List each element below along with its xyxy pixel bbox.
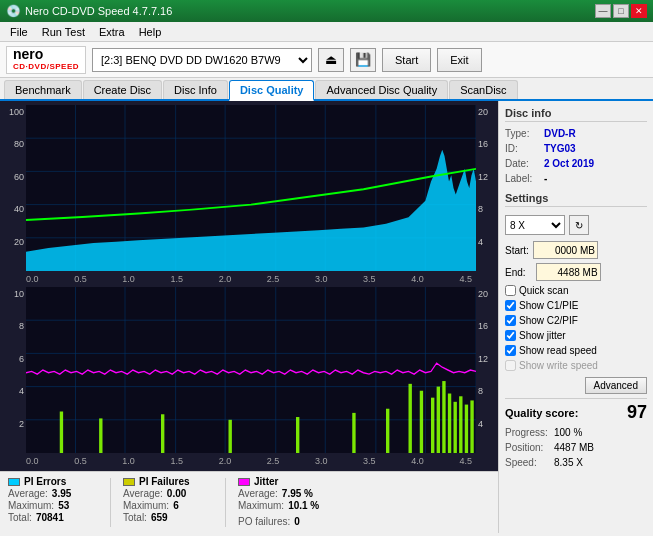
svg-rect-40 [448, 394, 451, 453]
po-failures-label: PO failures: [238, 516, 290, 527]
pi-errors-total-key: Total: [8, 512, 32, 523]
pi-failures-total-key: Total: [123, 512, 147, 523]
svg-rect-29 [99, 418, 102, 453]
quality-score-label: Quality score: [505, 407, 578, 419]
svg-rect-33 [352, 413, 355, 453]
disc-type-val: DVD-R [544, 128, 576, 139]
tab-disc-info[interactable]: Disc Info [163, 80, 228, 99]
end-input[interactable] [536, 263, 601, 281]
pi-failures-total-val: 659 [151, 512, 168, 523]
show-c1pie-row[interactable]: Show C1/PIE [505, 300, 647, 311]
quick-scan-check[interactable] [505, 285, 516, 296]
window-controls: — □ ✕ [595, 4, 647, 18]
menu-extra[interactable]: Extra [93, 23, 131, 41]
progress-label: Progress: [505, 427, 550, 438]
chart1-wrapper: 100 80 60 40 20 [4, 105, 494, 271]
show-read-speed-check[interactable] [505, 345, 516, 356]
svg-rect-39 [442, 381, 445, 453]
jitter-max-key: Maximum: [238, 500, 284, 511]
tab-advanced-disc-quality[interactable]: Advanced Disc Quality [315, 80, 448, 99]
pi-failures-avg-val: 0.00 [167, 488, 186, 499]
disc-id-val: TYG03 [544, 143, 576, 154]
show-c1pie-label: Show C1/PIE [519, 300, 578, 311]
show-write-speed-row[interactable]: Show write speed [505, 360, 647, 371]
pi-errors-max-key: Maximum: [8, 500, 54, 511]
chart2-wrapper: 10 8 6 4 2 [4, 287, 494, 453]
disc-label-val: - [544, 173, 547, 184]
svg-rect-34 [386, 409, 389, 453]
show-jitter-label: Show jitter [519, 330, 566, 341]
show-c2pif-check[interactable] [505, 315, 516, 326]
menu-file[interactable]: File [4, 23, 34, 41]
advanced-button[interactable]: Advanced [585, 377, 647, 394]
save-button[interactable]: 💾 [350, 48, 376, 72]
title-bar: 💿 Nero CD-DVD Speed 4.7.7.16 — □ ✕ [0, 0, 653, 22]
svg-rect-36 [420, 391, 423, 453]
quality-score-value: 97 [627, 402, 647, 423]
close-button[interactable]: ✕ [631, 4, 647, 18]
show-c2pif-row[interactable]: Show C2/PIF [505, 315, 647, 326]
exit-button[interactable]: Exit [437, 48, 481, 72]
svg-rect-38 [437, 387, 440, 453]
tab-benchmark[interactable]: Benchmark [4, 80, 82, 99]
end-mb-row: End: [505, 263, 647, 281]
disc-label-row: Label: - [505, 173, 647, 184]
po-failures-val: 0 [294, 516, 300, 527]
pi-failures-color [123, 478, 135, 486]
charts-area: 100 80 60 40 20 [0, 101, 498, 471]
tab-disc-quality[interactable]: Disc Quality [229, 80, 315, 101]
start-button[interactable]: Start [382, 48, 431, 72]
jitter-color [238, 478, 250, 486]
pi-errors-stat: PI Errors Average: 3.95 Maximum: 53 Tota… [8, 476, 98, 529]
pi-errors-max-val: 53 [58, 500, 69, 511]
eject-button[interactable]: ⏏ [318, 48, 344, 72]
show-c2pif-label: Show C2/PIF [519, 315, 578, 326]
menu-bar: File Run Test Extra Help [0, 22, 653, 42]
position-row: Position: 4487 MB [505, 442, 647, 453]
show-jitter-row[interactable]: Show jitter [505, 330, 647, 341]
minimize-button[interactable]: — [595, 4, 611, 18]
quick-scan-label: Quick scan [519, 285, 568, 296]
show-jitter-check[interactable] [505, 330, 516, 341]
start-mb-row: Start: [505, 241, 647, 259]
tab-scandisc[interactable]: ScanDisc [449, 80, 517, 99]
pi-errors-label: PI Errors [24, 476, 66, 487]
chart1-y-right: 20 16 12 8 4 [476, 105, 494, 271]
svg-rect-32 [296, 417, 299, 453]
menu-run-test[interactable]: Run Test [36, 23, 91, 41]
speed-val: 8.35 X [554, 457, 583, 468]
disc-label-key: Label: [505, 173, 540, 184]
stats-bar: PI Errors Average: 3.95 Maximum: 53 Tota… [0, 471, 498, 533]
advanced-btn-row: Advanced [505, 375, 647, 394]
pi-errors-color [8, 478, 20, 486]
divider2 [225, 478, 226, 527]
tab-create-disc[interactable]: Create Disc [83, 80, 162, 99]
settings-title: Settings [505, 192, 647, 207]
quick-scan-row[interactable]: Quick scan [505, 285, 647, 296]
start-label: Start: [505, 245, 529, 256]
disc-type-row: Type: DVD-R [505, 128, 647, 139]
start-input[interactable] [533, 241, 598, 259]
drive-select[interactable]: [2:3] BENQ DVD DD DW1620 B7W9 [92, 48, 312, 72]
show-read-speed-label: Show read speed [519, 345, 597, 356]
show-write-speed-label: Show write speed [519, 360, 598, 371]
disc-id-key: ID: [505, 143, 540, 154]
jitter-max-val: 10.1 % [288, 500, 319, 511]
show-read-speed-row[interactable]: Show read speed [505, 345, 647, 356]
chart1-area [26, 105, 476, 271]
pi-failures-label: PI Failures [139, 476, 190, 487]
show-c1pie-check[interactable] [505, 300, 516, 311]
disc-id-row: ID: TYG03 [505, 143, 647, 154]
chart2-y-left: 10 8 6 4 2 [4, 287, 26, 453]
menu-help[interactable]: Help [133, 23, 168, 41]
svg-rect-42 [459, 396, 462, 453]
tab-bar: Benchmark Create Disc Disc Info Disc Qua… [0, 78, 653, 101]
speed-row: Speed: 8.35 X [505, 457, 647, 468]
pi-failures-avg-key: Average: [123, 488, 163, 499]
maximize-button[interactable]: □ [613, 4, 629, 18]
speed-select[interactable]: 8 X [505, 215, 565, 235]
disc-type-key: Type: [505, 128, 540, 139]
chart1-svg [26, 105, 476, 271]
progress-val: 100 % [554, 427, 582, 438]
settings-refresh-btn[interactable]: ↻ [569, 215, 589, 235]
